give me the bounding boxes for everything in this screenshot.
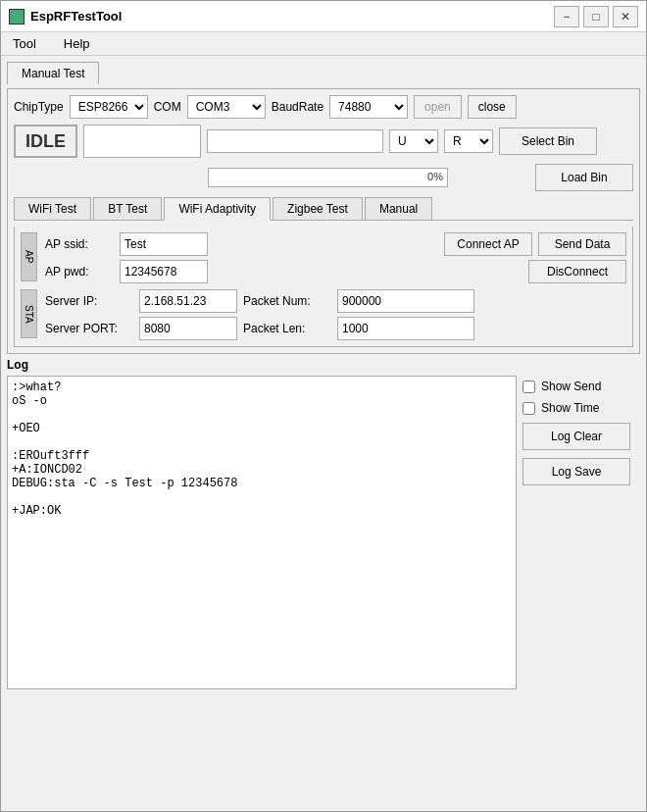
server-ip-input[interactable] — [139, 289, 237, 313]
log-section: Log :>what? oS -o +OEO :EROuft3fff +A:IO… — [7, 358, 640, 805]
baud-rate-select[interactable]: 74880 — [329, 95, 408, 119]
menu-tool[interactable]: Tool — [7, 34, 42, 53]
title-bar: EspRFTestTool − □ ✕ — [1, 1, 646, 32]
menu-bar: Tool Help — [1, 32, 646, 56]
tab-wifi-adaptivity[interactable]: WiFi Adaptivity — [164, 197, 271, 221]
main-tab-strip: Manual Test — [7, 62, 99, 84]
baud-rate-label: BaudRate — [272, 100, 324, 114]
close-button-com[interactable]: close — [468, 95, 517, 119]
send-data-button[interactable]: Send Data — [538, 232, 626, 256]
com-label: COM — [154, 100, 181, 114]
open-button[interactable]: open — [414, 95, 462, 119]
inner-tab-strip: WiFi Test BT Test WiFi Adaptivity Zigbee… — [14, 197, 633, 221]
load-bin-button[interactable]: Load Bin — [535, 164, 633, 191]
packet-num-label: Packet Num: — [243, 294, 331, 308]
window-title: EspRFTestTool — [30, 9, 554, 24]
main-window: EspRFTestTool − □ ✕ Tool Help Manual Tes… — [0, 0, 647, 812]
log-label: Log — [7, 358, 640, 372]
progress-row: 0% Load Bin — [14, 164, 633, 191]
show-send-label: Show Send — [541, 380, 601, 393]
packet-num-input[interactable] — [337, 289, 474, 313]
wifi-adaptivity-panel: AP AP ssid: Connect AP Send Data AP pwd: — [14, 227, 633, 347]
chip-type-select[interactable]: ESP8266 — [70, 95, 148, 119]
server-port-input[interactable] — [139, 317, 237, 340]
disconnect-button[interactable]: DisConnect — [528, 260, 626, 283]
server-port-label: Server PORT: — [45, 322, 133, 335]
log-textarea[interactable]: :>what? oS -o +OEO :EROuft3fff +A:IONCD0… — [7, 376, 517, 689]
log-save-button[interactable]: Log Save — [523, 458, 630, 485]
show-send-row: Show Send — [523, 380, 640, 393]
main-panel: ChipType ESP8266 COM COM3 BaudRate 74880… — [7, 88, 640, 354]
chip-type-label: ChipType — [14, 100, 64, 114]
ap-pwd-row: AP pwd: DisConnect — [45, 260, 626, 283]
ap-ssid-row: AP ssid: Connect AP Send Data — [45, 232, 626, 256]
ap-section-label: AP — [21, 232, 37, 281]
maximize-button[interactable]: □ — [583, 6, 609, 27]
com-select[interactable]: COM3 — [187, 95, 266, 119]
tab-zigbee-test[interactable]: Zigbee Test — [273, 197, 363, 220]
server-ip-row: Server IP: Packet Num: — [45, 289, 626, 313]
tab-manual[interactable]: Manual — [365, 197, 432, 220]
log-controls: Show Send Show Time Log Clear Log Save — [523, 376, 640, 805]
command-input[interactable] — [207, 129, 383, 153]
progress-bar: 0% — [208, 168, 448, 187]
tab-wifi-test[interactable]: WiFi Test — [14, 197, 91, 220]
minimize-button[interactable]: − — [554, 6, 579, 27]
show-time-label: Show Time — [541, 401, 599, 415]
server-ip-label: Server IP: — [45, 294, 133, 308]
server-port-row: Server PORT: Packet Len: — [45, 317, 626, 340]
ap-pwd-input[interactable] — [120, 260, 208, 283]
sta-section-label: STA — [21, 289, 37, 338]
packet-len-input[interactable] — [337, 317, 474, 340]
connect-ap-button[interactable]: Connect AP — [444, 232, 532, 256]
app-icon — [9, 9, 25, 25]
log-clear-button[interactable]: Log Clear — [523, 423, 630, 450]
ap-ssid-label: AP ssid: — [45, 237, 114, 251]
show-send-checkbox[interactable] — [523, 381, 535, 393]
r-select[interactable]: R — [444, 129, 493, 153]
ap-ssid-input[interactable] — [120, 232, 208, 256]
tab-bt-test[interactable]: BT Test — [93, 197, 162, 220]
toolbar-row-2: IDLE U R Select Bin — [14, 125, 633, 158]
ap-pwd-label: AP pwd: — [45, 265, 114, 279]
text-input-1[interactable] — [83, 125, 201, 158]
log-area-row: :>what? oS -o +OEO :EROuft3fff +A:IONCD0… — [7, 376, 640, 805]
show-time-row: Show Time — [523, 401, 640, 415]
close-button[interactable]: ✕ — [613, 6, 638, 27]
window-controls: − □ ✕ — [554, 6, 638, 27]
toolbar-row-1: ChipType ESP8266 COM COM3 BaudRate 74880… — [14, 95, 633, 119]
show-time-checkbox[interactable] — [523, 402, 535, 415]
menu-help[interactable]: Help — [58, 34, 96, 53]
packet-len-label: Packet Len: — [243, 322, 331, 335]
tab-manual-test[interactable]: Manual Test — [8, 63, 98, 85]
u-select[interactable]: U — [389, 129, 438, 153]
progress-label: 0% — [427, 171, 443, 182]
select-bin-button[interactable]: Select Bin — [499, 127, 597, 155]
content-area: Manual Test ChipType ESP8266 COM COM3 Ba… — [1, 56, 646, 811]
idle-indicator: IDLE — [14, 125, 77, 158]
